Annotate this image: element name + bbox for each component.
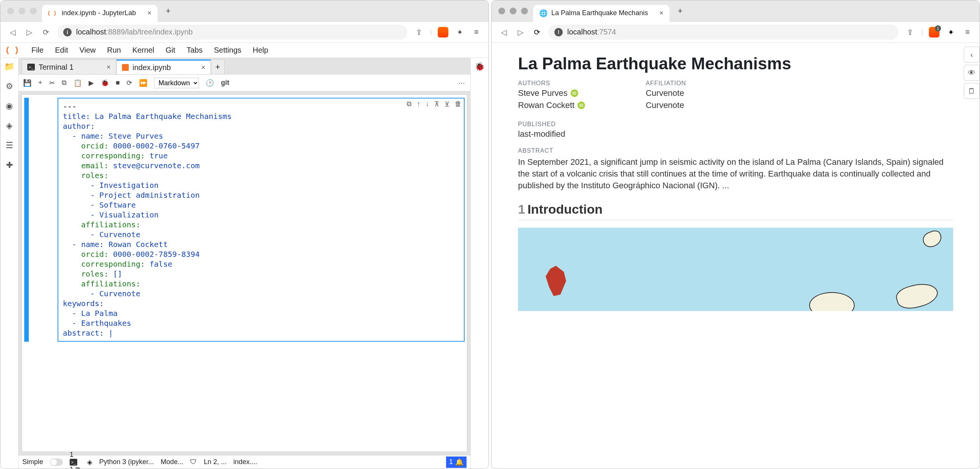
browser-tab[interactable]: 🌐 La Palma Earthquake Mechanis × [533, 5, 670, 22]
cell-markdown[interactable]: ⧉ ↑ ↓ ⊼ ⊻ 🗑 --- title: La Palma Earthqua… [24, 98, 465, 342]
insert-above-icon[interactable]: ⊼ [434, 100, 439, 108]
move-down-icon[interactable]: ↓ [426, 100, 429, 108]
menu-help[interactable]: Help [253, 46, 268, 54]
close-tab-icon[interactable]: × [147, 9, 151, 17]
orcid-icon[interactable]: iD [578, 102, 585, 109]
move-up-icon[interactable]: ↑ [417, 100, 420, 108]
menu-git[interactable]: Git [165, 46, 175, 54]
notebook-toolbar: 💾 + ✂ ⧉ 📋 ▶ 🐞 ■ ⟳ ⏩ Markdown 🕑 git ⋯ [19, 75, 470, 91]
folder-icon[interactable]: 📁 [4, 62, 14, 72]
abstract-text: In September 2021, a significant jump in… [518, 156, 953, 191]
extensions-icon[interactable]: ✦ [454, 27, 465, 38]
minimize-window-icon[interactable] [510, 8, 517, 14]
interrupt-icon[interactable]: ■ [116, 79, 120, 87]
forward-button[interactable]: ▷ [24, 27, 35, 38]
close-tab-icon[interactable]: × [659, 9, 663, 17]
notebook-area[interactable]: ⧉ ↑ ↓ ⊼ ⊻ 🗑 --- title: La Palma Earthqua… [22, 94, 467, 452]
trusted-icon[interactable]: 🛡 [190, 458, 197, 466]
reload-button[interactable]: ⟳ [41, 27, 51, 38]
brave-shields-icon[interactable] [438, 27, 449, 38]
menu-edit[interactable]: Edit [55, 46, 68, 54]
cell-selected-indicator [24, 98, 29, 342]
stop-icon[interactable]: ◉ [6, 101, 13, 111]
back-button[interactable]: ◁ [7, 27, 18, 38]
note-icon[interactable]: 🗒 [964, 83, 980, 99]
globe-icon: 🌐 [539, 9, 547, 18]
git-status-icon[interactable]: ◈ [87, 458, 92, 466]
menu-view[interactable]: View [80, 46, 96, 54]
zoom-window-icon[interactable] [30, 8, 37, 14]
tab-notebook[interactable]: index.ipynb × [116, 59, 211, 75]
debug-icon[interactable]: 🐞 [101, 79, 109, 87]
tab-terminal[interactable]: >_ Terminal 1 × [22, 59, 116, 75]
window-controls[interactable] [7, 8, 37, 14]
affiliation-label: AFFILIATION [646, 80, 686, 87]
copy-icon[interactable]: ⧉ [62, 79, 67, 87]
save-icon[interactable]: 💾 [23, 79, 32, 87]
insert-cell-icon[interactable]: + [38, 79, 42, 87]
share-icon[interactable]: ⇪ [905, 27, 915, 38]
menu-icon[interactable]: ≡ [962, 27, 973, 38]
add-tab-button[interactable]: + [211, 59, 224, 75]
simple-toggle[interactable] [50, 458, 63, 466]
brave-shields-icon[interactable]: 1 [929, 27, 939, 38]
more-icon[interactable]: ⋯ [458, 79, 466, 87]
collapse-icon[interactable]: ‹ [964, 46, 980, 62]
close-window-icon[interactable] [498, 8, 505, 14]
menu-settings[interactable]: Settings [214, 46, 241, 54]
running-icon[interactable]: ⚙ [6, 81, 13, 91]
menu-tabs[interactable]: Tabs [187, 46, 203, 54]
close-tab-icon[interactable]: × [201, 64, 205, 72]
reload-button[interactable]: ⟳ [531, 27, 542, 38]
paste-icon[interactable]: 📋 [73, 79, 82, 87]
restart-icon[interactable]: ⟳ [126, 79, 132, 87]
file-status[interactable]: index.... [233, 458, 257, 466]
status-terminals[interactable]: 1 >_ 1 ⧉ [70, 451, 80, 469]
menu-icon[interactable]: ≡ [471, 27, 482, 38]
menu-run[interactable]: Run [107, 46, 121, 54]
share-icon[interactable]: ⇪ [414, 27, 424, 38]
git-toolbar-label[interactable]: git [221, 79, 229, 87]
mode-status[interactable]: Mode... [161, 458, 183, 466]
close-window-icon[interactable] [7, 8, 14, 14]
close-tab-icon[interactable]: × [107, 63, 111, 71]
window-controls[interactable] [498, 8, 528, 14]
view-icon[interactable]: 👁 [964, 65, 980, 81]
menu-file[interactable]: File [32, 46, 43, 54]
extensions-icon[interactable]: ✦ [945, 27, 956, 38]
toc-icon[interactable]: ☰ [6, 140, 13, 150]
address-bar[interactable]: i localhost:8889/lab/tree/index.ipynb [57, 25, 407, 40]
activity-bar: 📁 ⚙ ◉ ◈ ☰ ✚ [0, 58, 19, 469]
duplicate-icon[interactable]: ⧉ [407, 100, 412, 108]
url-path: :7574 [597, 28, 616, 36]
url-path: :8889/lab/tree/index.ipynb [106, 28, 193, 36]
zoom-window-icon[interactable] [521, 8, 528, 14]
new-tab-button[interactable]: + [166, 6, 171, 16]
debugger-icon[interactable]: 🐞 [474, 62, 485, 72]
cut-icon[interactable]: ✂ [49, 79, 55, 87]
forward-button[interactable]: ▷ [515, 27, 526, 38]
island-shape [921, 229, 944, 250]
address-bar[interactable]: ! localhost:7574 [548, 25, 899, 40]
new-tab-button[interactable]: + [678, 6, 683, 16]
cell-type-select[interactable]: Markdown [154, 78, 199, 88]
extension-icon[interactable]: ✚ [6, 160, 13, 170]
back-button[interactable]: ◁ [498, 27, 509, 38]
site-info-icon[interactable]: ! [554, 28, 563, 37]
minimize-window-icon[interactable] [19, 8, 25, 14]
site-info-icon[interactable]: i [63, 28, 72, 37]
cell-editor[interactable]: --- title: La Palma Earthquake Mechanism… [63, 102, 459, 338]
delete-icon[interactable]: 🗑 [455, 100, 461, 108]
cursor-status[interactable]: Ln 2, ... [204, 458, 226, 466]
kernel-status[interactable]: Python 3 (ipyker... [99, 458, 154, 466]
article[interactable]: ‹ 👁 🗒 La Palma Earthquake Mechanisms AUT… [492, 43, 980, 469]
clock-icon[interactable]: 🕑 [205, 79, 214, 87]
orcid-icon[interactable]: iD [571, 89, 578, 97]
browser-tab[interactable]: index.ipynb - JupyterLab × [42, 5, 158, 22]
run-icon[interactable]: ▶ [89, 79, 94, 87]
git-icon[interactable]: ◈ [6, 121, 13, 131]
notification-button[interactable]: 1 🔔 [446, 456, 466, 468]
restart-run-icon[interactable]: ⏩ [139, 79, 147, 87]
menu-kernel[interactable]: Kernel [132, 46, 154, 54]
insert-below-icon[interactable]: ⊻ [445, 100, 449, 108]
